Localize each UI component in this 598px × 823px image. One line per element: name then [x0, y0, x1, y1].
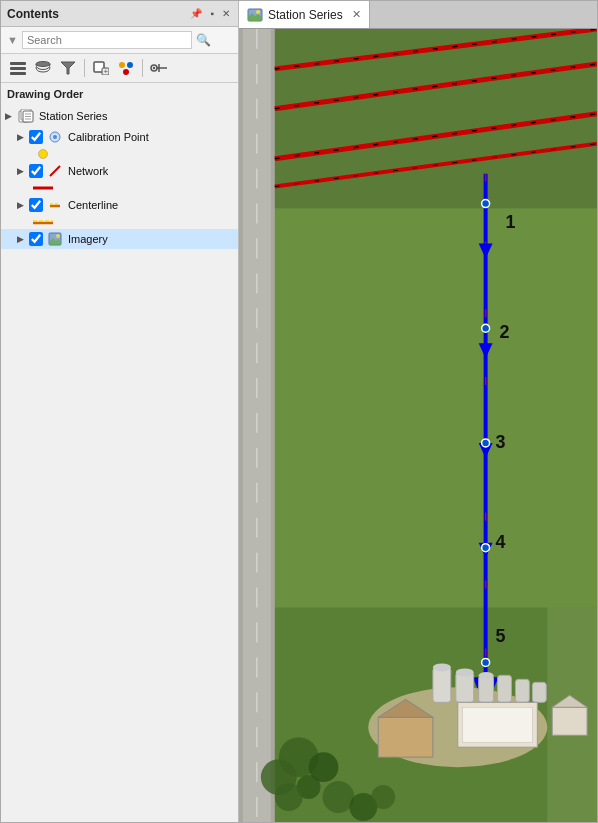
layer-group-network: ▶ Network [1, 160, 238, 194]
map-tab-icon [247, 8, 263, 22]
svg-rect-66 [433, 667, 451, 702]
svg-point-61 [482, 324, 490, 332]
centerline-legend [1, 215, 238, 227]
calibration-point-icon [46, 130, 64, 144]
svg-rect-1 [10, 67, 26, 70]
style-icon[interactable] [115, 57, 137, 79]
station-series-label: Station Series [39, 110, 107, 122]
contents-panel: Contents 📌 ▪ ✕ ▼ 🔍 [1, 1, 239, 823]
search-bar: ▼ 🔍 [1, 27, 238, 54]
map-tab-close-button[interactable]: ✕ [352, 8, 361, 21]
svg-text:3: 3 [496, 432, 506, 452]
svg-point-10 [127, 62, 133, 68]
svg-point-85 [275, 783, 303, 811]
svg-rect-74 [532, 682, 546, 702]
layer-group-centerline: ▶ Centerline [1, 194, 238, 228]
layer-group-calibration: ▶ Calibration Point [1, 126, 238, 160]
svg-point-63 [482, 544, 490, 552]
svg-point-3 [36, 62, 50, 67]
svg-point-88 [371, 785, 395, 809]
centerline-label: Centerline [68, 199, 118, 211]
svg-point-33 [56, 234, 60, 238]
svg-rect-39 [269, 209, 597, 608]
svg-rect-70 [479, 675, 494, 702]
drawing-order-label: Drawing Order [1, 83, 238, 103]
svg-rect-0 [10, 62, 26, 65]
svg-rect-68 [456, 672, 474, 702]
centerline-checkbox[interactable] [29, 198, 43, 212]
imagery-layer-icon [46, 232, 64, 246]
map-tab-station-series[interactable]: Station Series ✕ [239, 1, 370, 28]
layers-list: ▶ Station Series ▶ [1, 103, 238, 823]
svg-text:4: 4 [496, 532, 506, 552]
panel-title: Contents [7, 7, 59, 21]
svg-point-71 [479, 672, 494, 679]
map-tab-label: Station Series [268, 8, 343, 22]
pages-layer-icon [17, 109, 35, 123]
filter-layers-icon[interactable] [57, 57, 79, 79]
svg-rect-79 [552, 707, 587, 735]
map-overlay-svg: 1 2 3 4 5 [239, 29, 597, 822]
layer-row-calibration-point[interactable]: ▶ Calibration Point [1, 127, 238, 147]
svg-marker-4 [61, 62, 75, 74]
svg-point-24 [39, 150, 48, 159]
pin-button[interactable]: 📌 [188, 7, 204, 20]
svg-line-25 [50, 166, 60, 176]
network-layer-icon [46, 164, 64, 178]
svg-text:5: 5 [496, 626, 506, 646]
svg-point-69 [456, 668, 474, 676]
filter-icon: ▼ [7, 34, 18, 46]
tools-icon[interactable] [148, 57, 170, 79]
svg-point-23 [53, 135, 57, 139]
svg-point-62 [482, 439, 490, 447]
svg-point-67 [433, 663, 451, 671]
expand-arrow-station-series[interactable]: ▶ [5, 111, 17, 121]
svg-point-14 [153, 67, 155, 69]
imagery-checkbox[interactable] [29, 232, 43, 246]
expand-arrow-network[interactable]: ▶ [17, 166, 29, 176]
layer-toolbar: + + [1, 54, 238, 83]
svg-point-11 [123, 69, 129, 75]
centerline-legend-symbol [31, 216, 55, 226]
centerline-layer-icon [46, 198, 64, 212]
svg-rect-72 [498, 675, 512, 702]
calibration-point-legend-symbol [31, 148, 55, 158]
svg-point-64 [482, 658, 490, 666]
svg-point-9 [119, 62, 125, 68]
calibration-point-label: Calibration Point [68, 131, 149, 143]
add-layer-icon[interactable]: + + [90, 57, 112, 79]
close-button[interactable]: ✕ [220, 7, 232, 20]
network-label: Network [68, 165, 108, 177]
database-icon[interactable] [32, 57, 54, 79]
layer-group-station-series: ▶ Station Series ▶ [1, 105, 238, 251]
svg-rect-77 [378, 717, 433, 757]
layer-row-imagery[interactable]: ▶ Imagery [1, 229, 238, 249]
calibration-point-legend [1, 147, 238, 159]
toolbar-separator-1 [84, 59, 85, 77]
panel-header: Contents 📌 ▪ ✕ [1, 1, 238, 27]
layer-row-station-series[interactable]: ▶ Station Series [1, 106, 238, 126]
map-tab-bar: Station Series ✕ [239, 1, 597, 29]
calibration-point-checkbox[interactable] [29, 130, 43, 144]
svg-point-36 [256, 10, 260, 14]
float-button[interactable]: ▪ [208, 7, 216, 20]
expand-arrow-imagery[interactable]: ▶ [17, 234, 29, 244]
imagery-label: Imagery [68, 233, 108, 245]
expand-arrow-centerline[interactable]: ▶ [17, 200, 29, 210]
map-viewport[interactable]: 1 2 3 4 5 [239, 29, 597, 822]
expand-arrow-calibration[interactable]: ▶ [17, 132, 29, 142]
svg-text:1: 1 [506, 212, 516, 232]
network-checkbox[interactable] [29, 164, 43, 178]
list-view-icon[interactable] [7, 57, 29, 79]
toolbar-separator-2 [142, 59, 143, 77]
network-legend [1, 181, 238, 193]
layer-row-network[interactable]: ▶ Network [1, 161, 238, 181]
panel-controls: 📌 ▪ ✕ [188, 7, 232, 20]
network-legend-symbol [31, 182, 55, 192]
search-button[interactable]: 🔍 [196, 33, 211, 47]
search-input[interactable] [22, 31, 192, 49]
svg-point-60 [482, 200, 490, 208]
layer-row-centerline[interactable]: ▶ Centerline [1, 195, 238, 215]
svg-text:+: + [104, 67, 109, 75]
svg-rect-2 [10, 72, 26, 75]
